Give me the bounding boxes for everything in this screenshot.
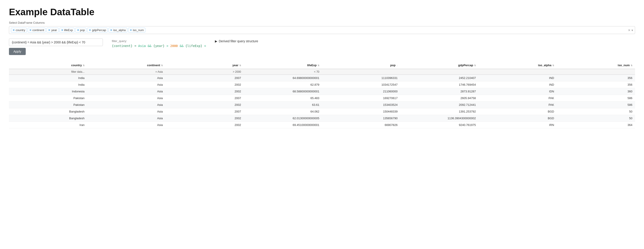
cell-gdpPercap: 1391.253792 xyxy=(400,108,478,115)
table-body: IndiaAsia200764.698000000000011110396331… xyxy=(9,69,635,128)
derived-label[interactable]: ▶ Derived filter query structure xyxy=(215,39,258,43)
cell-continent: Asia xyxy=(87,82,166,88)
table-row: IranAsia200269.4510000000000166907826924… xyxy=(9,122,635,128)
table-header-row: country⇅continent⇅year⇅lifeExp⇅pop↓gdpPe… xyxy=(9,62,635,69)
column-header-iso_alpha[interactable]: iso_alpha⇅ xyxy=(478,62,557,69)
filter-input-pop[interactable] xyxy=(325,70,398,74)
sort-icon: ⇅ xyxy=(474,64,476,67)
cell-continent: Asia xyxy=(87,115,166,122)
filter-cell-country[interactable] xyxy=(9,69,87,75)
remove-column-pop-button[interactable]: ✕ xyxy=(77,29,79,32)
cell-iso_num: 586 xyxy=(557,102,635,108)
column-tag-lifeExp: ✕lifeExp xyxy=(60,28,74,32)
filter-cell-continent[interactable] xyxy=(87,69,166,75)
column-header-year[interactable]: year⇅ xyxy=(166,62,244,69)
column-header-gdpPercap[interactable]: gdpPercap⇅ xyxy=(400,62,478,69)
cell-iso_num: 50 xyxy=(557,108,635,115)
dropdown-icon[interactable]: ▾ xyxy=(632,28,633,32)
filter-input-gdpPercap[interactable] xyxy=(403,70,476,74)
cell-country: India xyxy=(9,75,87,82)
table-row: PakistanAsia200765.4831692706172605.9475… xyxy=(9,95,635,102)
cell-iso_num: 356 xyxy=(557,82,635,88)
filter-cell-iso_num[interactable] xyxy=(557,69,635,75)
cell-year: 2007 xyxy=(166,108,244,115)
column-tag-label: iso_alpha xyxy=(113,28,126,32)
column-header-country[interactable]: country⇅ xyxy=(9,62,87,69)
cell-gdpPercap: 2452.210407 xyxy=(400,75,478,82)
cell-iso_alpha: IND xyxy=(478,75,557,82)
column-header-lifeExp[interactable]: lifeExp⇅ xyxy=(244,62,322,69)
remove-column-iso_num-button[interactable]: ✕ xyxy=(130,29,132,32)
filter-input-lifeExp[interactable] xyxy=(246,70,319,74)
column-tag-label: year xyxy=(51,28,57,32)
column-header-iso_num[interactable]: iso_num⇅ xyxy=(557,62,635,69)
cell-pop: 153403524 xyxy=(322,102,400,108)
table-row: IndiaAsia200262.87910341725471746.769454… xyxy=(9,82,635,88)
cell-lifeExp: 64.062 xyxy=(244,108,322,115)
remove-column-gdpPercap-button[interactable]: ✕ xyxy=(89,29,91,32)
cell-iso_num: 356 xyxy=(557,75,635,82)
filter-input-year[interactable] xyxy=(168,70,241,74)
cell-country: Bangladesh xyxy=(9,115,87,122)
cell-continent: Asia xyxy=(87,95,166,102)
remove-column-lifeExp-button[interactable]: ✕ xyxy=(61,29,63,32)
cell-iso_alpha: PAK xyxy=(478,95,557,102)
filter-input-iso_num[interactable] xyxy=(560,70,632,74)
column-header-pop[interactable]: pop↓ xyxy=(322,62,400,69)
column-tag-label: iso_num xyxy=(133,28,144,32)
cell-year: 2007 xyxy=(166,95,244,102)
cell-continent: Asia xyxy=(87,88,166,95)
cell-pop: 169270617 xyxy=(322,95,400,102)
remove-column-year-button[interactable]: ✕ xyxy=(48,29,50,32)
sort-icon: ↓ xyxy=(396,64,398,67)
filter-input-country[interactable] xyxy=(12,70,84,74)
page-title: Example DataTable xyxy=(9,7,635,18)
filter-query-label: filter_query: xyxy=(112,39,206,43)
cell-pop: 135656790 xyxy=(322,115,400,122)
cell-pop: 211060000 xyxy=(322,88,400,95)
filter-input[interactable] xyxy=(9,38,103,46)
cell-gdpPercap: 2092.712441 xyxy=(400,102,478,108)
filter-cell-year[interactable] xyxy=(166,69,244,75)
data-table: country⇅continent⇅year⇅lifeExp⇅pop↓gdpPe… xyxy=(9,62,635,128)
sort-icon: ⇅ xyxy=(552,64,554,67)
filter-input-continent[interactable] xyxy=(90,70,163,74)
cell-gdpPercap: 9240.761975 xyxy=(400,122,478,128)
cell-continent: Asia xyxy=(87,102,166,108)
table-row: BangladeshAsia200262.0130000000000513565… xyxy=(9,115,635,122)
cell-lifeExp: 68.58800000000001 xyxy=(244,88,322,95)
filter-cell-lifeExp[interactable] xyxy=(244,69,322,75)
filter-cell-iso_alpha[interactable] xyxy=(478,69,557,75)
cell-gdpPercap: 2605.94758 xyxy=(400,95,478,102)
cell-continent: Asia xyxy=(87,122,166,128)
remove-column-iso_alpha-button[interactable]: ✕ xyxy=(110,29,112,32)
header-label: country xyxy=(71,64,82,67)
derived-label-text: Derived filter query structure xyxy=(219,39,258,43)
cell-iso_alpha: BGD xyxy=(478,108,557,115)
filter-section: Apply filter_query: {continent} = Asia &… xyxy=(9,38,635,55)
column-tag-year: ✕year xyxy=(46,28,58,32)
filter-cell-gdpPercap[interactable] xyxy=(400,69,478,75)
selector-controls[interactable]: ✕ ▾ xyxy=(628,28,633,32)
cell-continent: Asia xyxy=(87,108,166,115)
cell-iso_alpha: IND xyxy=(478,82,557,88)
header-label: pop xyxy=(390,64,396,67)
apply-button[interactable]: Apply xyxy=(9,48,26,55)
header-label: continent xyxy=(147,64,160,67)
filter-input-iso_alpha[interactable] xyxy=(481,70,554,74)
remove-column-continent-button[interactable]: ✕ xyxy=(29,29,32,32)
cell-pop: 1034172547 xyxy=(322,82,400,88)
cell-iso_num: 50 xyxy=(557,115,635,122)
sort-icon: ⇅ xyxy=(239,64,241,67)
remove-column-country-button[interactable]: ✕ xyxy=(12,29,15,32)
column-tag-country: ✕country xyxy=(11,28,27,32)
column-tag-iso_num: ✕iso_num xyxy=(128,28,145,32)
cell-pop: 150448339 xyxy=(322,108,400,115)
cell-year: 2002 xyxy=(166,82,244,88)
column-tag-label: continent xyxy=(32,28,44,32)
clear-all-icon[interactable]: ✕ xyxy=(628,28,630,32)
column-header-continent[interactable]: continent⇅ xyxy=(87,62,166,69)
filter-cell-pop[interactable] xyxy=(322,69,400,75)
table-container: country⇅continent⇅year⇅lifeExp⇅pop↓gdpPe… xyxy=(9,62,635,128)
cell-continent: Asia xyxy=(87,75,166,82)
